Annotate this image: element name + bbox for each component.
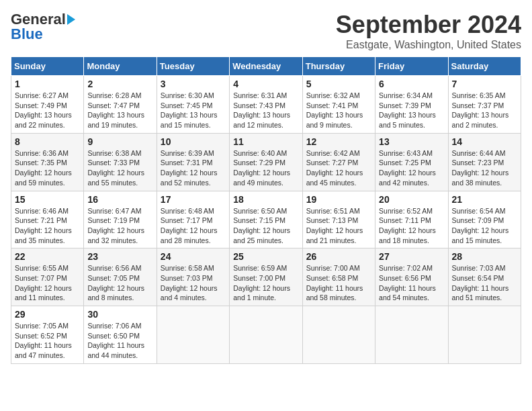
calendar-cell: 27 Sunrise: 7:02 AM Sunset: 6:56 PM Dayl… — [375, 248, 448, 306]
day-info: Sunrise: 6:51 AM Sunset: 7:13 PM Dayligh… — [306, 206, 371, 246]
sunset-label: Sunset: 7:17 PM — [161, 216, 213, 224]
sunrise-label: Sunrise: 6:47 AM — [87, 207, 141, 215]
day-number: 18 — [233, 194, 298, 205]
calendar-cell: 3 Sunrise: 6:30 AM Sunset: 7:45 PM Dayli… — [157, 76, 229, 134]
sunset-label: Sunset: 7:09 PM — [452, 216, 504, 224]
calendar-cell — [230, 306, 302, 364]
day-number: 16 — [87, 194, 152, 205]
daylight-label: Daylight: 12 hours and 32 minutes. — [87, 226, 144, 244]
logo-blue: Blue — [11, 26, 43, 43]
daylight-label: Daylight: 12 hours and 18 minutes. — [379, 226, 436, 244]
daylight-label: Daylight: 12 hours and 25 minutes. — [233, 226, 290, 244]
daylight-label: Daylight: 12 hours and 1 minute. — [233, 284, 290, 302]
sunrise-label: Sunrise: 6:48 AM — [161, 207, 214, 215]
calendar-cell: 7 Sunrise: 6:35 AM Sunset: 7:37 PM Dayli… — [448, 76, 521, 134]
daylight-label: Daylight: 12 hours and 59 minutes. — [15, 169, 72, 187]
day-info: Sunrise: 7:02 AM Sunset: 6:56 PM Dayligh… — [379, 263, 444, 303]
calendar-cell: 25 Sunrise: 6:59 AM Sunset: 7:00 PM Dayl… — [230, 248, 302, 306]
calendar-cell: 28 Sunrise: 7:03 AM Sunset: 6:54 PM Dayl… — [448, 248, 521, 306]
day-number: 25 — [233, 251, 298, 262]
sunrise-label: Sunrise: 6:51 AM — [306, 207, 360, 215]
day-number: 9 — [87, 136, 152, 147]
sunrise-label: Sunrise: 6:31 AM — [233, 91, 287, 99]
day-number: 26 — [306, 251, 371, 262]
sunset-label: Sunset: 7:27 PM — [306, 158, 359, 167]
sunset-label: Sunset: 7:33 PM — [87, 158, 140, 167]
col-saturday: Saturday — [448, 57, 521, 76]
sunrise-label: Sunrise: 6:27 AM — [15, 91, 69, 99]
sunrise-label: Sunrise: 6:40 AM — [233, 149, 287, 157]
day-info: Sunrise: 6:30 AM Sunset: 7:45 PM Dayligh… — [161, 91, 226, 130]
sunrise-label: Sunrise: 6:28 AM — [87, 91, 141, 99]
daylight-label: Daylight: 13 hours and 5 minutes. — [379, 111, 436, 129]
calendar-week-row: 15 Sunrise: 6:46 AM Sunset: 7:21 PM Dayl… — [11, 191, 521, 248]
sunset-label: Sunset: 7:49 PM — [15, 101, 67, 109]
calendar-cell: 29 Sunrise: 7:05 AM Sunset: 6:52 PM Dayl… — [11, 306, 84, 364]
calendar-cell: 23 Sunrise: 6:56 AM Sunset: 7:05 PM Dayl… — [84, 248, 157, 306]
day-info: Sunrise: 6:39 AM Sunset: 7:31 PM Dayligh… — [161, 148, 226, 188]
day-number: 10 — [161, 136, 226, 147]
calendar-cell: 24 Sunrise: 6:58 AM Sunset: 7:03 PM Dayl… — [157, 248, 229, 306]
sunrise-label: Sunrise: 6:58 AM — [161, 264, 214, 272]
day-number: 14 — [452, 136, 517, 147]
calendar-cell: 8 Sunrise: 6:36 AM Sunset: 7:35 PM Dayli… — [11, 133, 84, 191]
col-thursday: Thursday — [302, 57, 375, 76]
calendar-cell: 18 Sunrise: 6:50 AM Sunset: 7:15 PM Dayl… — [230, 191, 302, 248]
sunrise-label: Sunrise: 6:39 AM — [161, 149, 214, 157]
sunrise-label: Sunrise: 6:44 AM — [452, 149, 506, 157]
day-info: Sunrise: 6:56 AM Sunset: 7:05 PM Dayligh… — [87, 263, 152, 303]
day-number: 12 — [306, 136, 371, 147]
day-info: Sunrise: 6:38 AM Sunset: 7:33 PM Dayligh… — [87, 148, 152, 188]
daylight-label: Daylight: 12 hours and 42 minutes. — [379, 169, 436, 187]
day-number: 6 — [379, 79, 444, 89]
sunset-label: Sunset: 6:54 PM — [452, 274, 504, 282]
day-number: 1 — [15, 79, 80, 89]
sunrise-label: Sunrise: 6:55 AM — [15, 264, 69, 272]
day-info: Sunrise: 7:06 AM Sunset: 6:50 PM Dayligh… — [87, 321, 152, 361]
day-number: 20 — [379, 194, 444, 205]
calendar-cell: 11 Sunrise: 6:40 AM Sunset: 7:29 PM Dayl… — [230, 133, 302, 191]
sunrise-label: Sunrise: 6:36 AM — [15, 149, 69, 157]
daylight-label: Daylight: 12 hours and 49 minutes. — [233, 169, 290, 187]
calendar-week-row: 8 Sunrise: 6:36 AM Sunset: 7:35 PM Dayli… — [11, 133, 521, 191]
daylight-label: Daylight: 12 hours and 11 minutes. — [15, 284, 72, 302]
sunrise-label: Sunrise: 6:54 AM — [452, 207, 506, 215]
sunrise-label: Sunrise: 6:32 AM — [306, 91, 360, 99]
day-number: 2 — [87, 79, 152, 89]
day-number: 28 — [452, 251, 517, 262]
day-info: Sunrise: 7:05 AM Sunset: 6:52 PM Dayligh… — [15, 321, 80, 361]
col-friday: Friday — [375, 57, 448, 76]
day-info: Sunrise: 7:03 AM Sunset: 6:54 PM Dayligh… — [452, 263, 517, 303]
col-sunday: Sunday — [11, 57, 84, 76]
sunrise-label: Sunrise: 7:00 AM — [306, 264, 360, 272]
daylight-label: Daylight: 12 hours and 21 minutes. — [306, 226, 363, 244]
sunset-label: Sunset: 7:43 PM — [233, 101, 285, 109]
daylight-label: Daylight: 11 hours and 44 minutes. — [87, 341, 144, 359]
sunset-label: Sunset: 7:21 PM — [15, 216, 67, 224]
sunset-label: Sunset: 7:05 PM — [87, 274, 140, 282]
calendar-cell: 2 Sunrise: 6:28 AM Sunset: 7:47 PM Dayli… — [84, 76, 157, 134]
sunset-label: Sunset: 7:45 PM — [161, 101, 213, 109]
day-info: Sunrise: 6:28 AM Sunset: 7:47 PM Dayligh… — [87, 91, 152, 130]
logo-arrow-icon — [67, 14, 75, 25]
calendar-week-row: 22 Sunrise: 6:55 AM Sunset: 7:07 PM Dayl… — [11, 248, 521, 306]
day-number: 4 — [233, 79, 298, 89]
day-number: 24 — [161, 251, 226, 262]
day-info: Sunrise: 6:43 AM Sunset: 7:25 PM Dayligh… — [379, 148, 444, 188]
page-title: September 2024 — [336, 11, 521, 39]
daylight-label: Daylight: 13 hours and 2 minutes. — [452, 111, 509, 129]
day-number: 11 — [233, 136, 298, 147]
calendar-cell: 17 Sunrise: 6:48 AM Sunset: 7:17 PM Dayl… — [157, 191, 229, 248]
sunset-label: Sunset: 6:52 PM — [15, 332, 67, 340]
calendar-cell: 22 Sunrise: 6:55 AM Sunset: 7:07 PM Dayl… — [11, 248, 84, 306]
calendar-table: Sunday Monday Tuesday Wednesday Thursday… — [11, 56, 521, 364]
sunset-label: Sunset: 7:00 PM — [233, 274, 285, 282]
sunrise-label: Sunrise: 6:30 AM — [161, 91, 214, 99]
day-number: 29 — [15, 309, 80, 320]
sunrise-label: Sunrise: 6:59 AM — [233, 264, 287, 272]
daylight-label: Daylight: 12 hours and 15 minutes. — [452, 226, 509, 244]
title-area: September 2024 Eastgate, Washington, Uni… — [336, 11, 521, 51]
sunrise-label: Sunrise: 6:46 AM — [15, 207, 69, 215]
sunset-label: Sunset: 7:07 PM — [15, 274, 67, 282]
day-number: 21 — [452, 194, 517, 205]
